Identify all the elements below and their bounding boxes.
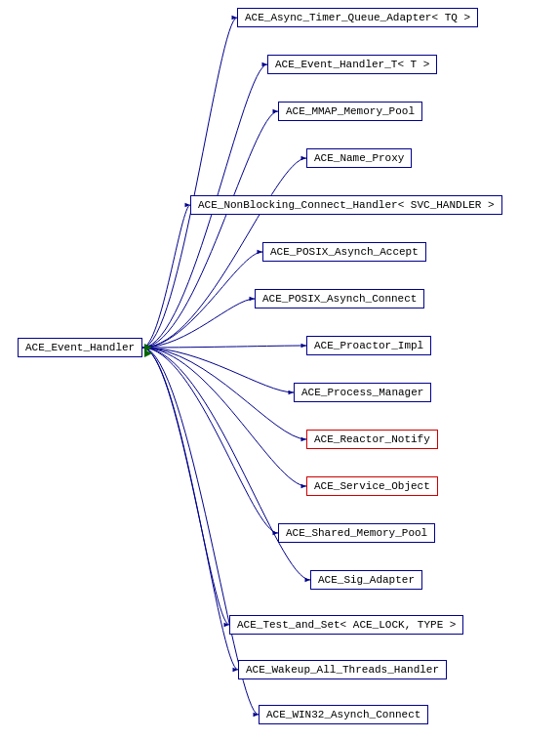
node-n1: ACE_Async_Timer_Queue_Adapter< TQ > — [237, 8, 478, 27]
diagram: ACE_Event_HandlerACE_Async_Timer_Queue_A… — [0, 0, 560, 740]
node-n16: ACE_WIN32_Asynch_Connect — [259, 705, 428, 724]
node-n13: ACE_Sig_Adapter — [310, 570, 422, 590]
svg-marker-17 — [144, 349, 152, 357]
node-root: ACE_Event_Handler — [18, 338, 142, 357]
node-n8: ACE_Proactor_Impl — [306, 336, 431, 355]
node-n6: ACE_POSIX_Asynch_Accept — [262, 242, 426, 262]
node-n5: ACE_NonBlocking_Connect_Handler< SVC_HAN… — [190, 195, 502, 215]
node-n14: ACE_Test_and_Set< ACE_LOCK, TYPE > — [229, 615, 463, 635]
node-n4: ACE_Name_Proxy — [306, 148, 412, 168]
node-n11: ACE_Service_Object — [306, 476, 438, 496]
node-n7: ACE_POSIX_Asynch_Connect — [255, 289, 424, 308]
node-n12: ACE_Shared_Memory_Pool — [278, 523, 435, 543]
node-n3: ACE_MMAP_Memory_Pool — [278, 102, 422, 121]
svg-marker-16 — [144, 344, 152, 351]
node-n10: ACE_Reactor_Notify — [306, 430, 438, 449]
node-n15: ACE_Wakeup_All_Threads_Handler — [238, 660, 447, 679]
node-n9: ACE_Process_Manager — [294, 383, 431, 402]
node-n2: ACE_Event_Handler_T< T > — [267, 55, 437, 74]
